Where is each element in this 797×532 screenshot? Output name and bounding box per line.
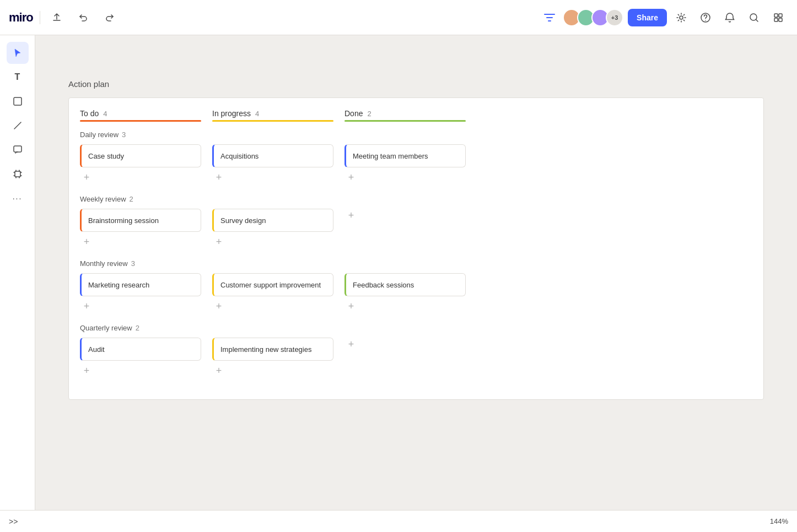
col-todo-count: 4 [103,110,107,118]
line-tool[interactable] [7,115,29,137]
svg-rect-10 [15,171,20,177]
weekly-col1: Survey design + [212,209,333,248]
svg-line-8 [14,122,21,129]
miro-logo: miro [9,10,33,25]
col-todo-label: To do [80,109,99,118]
left-sidebar: T ··· [0,35,35,532]
board-title: Action plan [68,79,764,89]
card-implementing-strategies[interactable]: Implementing new strategies [212,338,333,361]
card-meeting-team[interactable]: Meeting team members [344,144,466,167]
daily-col2: Meeting team members + [344,144,466,184]
section-monthly-title: Monthly review3 [80,259,752,268]
columns-header: To do 4 In progress 4 Done 2 [80,109,752,122]
card-audit[interactable]: Audit [80,338,201,361]
filter-icon [543,11,556,24]
col-inprogress-label: In progress [212,109,251,118]
section-daily-title: Daily review3 [80,131,752,139]
section-quarterly-title: Quarterly review2 [80,324,752,332]
section-weekly: Weekly review2 Brainstorming session + S… [80,195,752,248]
col-done-count: 2 [367,110,371,118]
add-btn-quarterly-col2[interactable]: + [344,338,358,351]
col-done-line [344,120,466,122]
section-weekly-title: Weekly review2 [80,195,752,203]
svg-rect-6 [779,18,782,21]
col-inprogress-line [212,120,333,122]
svg-rect-7 [14,97,21,105]
search-button[interactable] [744,8,764,28]
notifications-button[interactable] [720,8,740,28]
weekly-cards-row: Brainstorming session + Survey design + … [80,209,752,248]
weekly-col0: Brainstorming session + [80,209,201,248]
add-btn-quarterly-col1[interactable]: + [212,364,225,377]
weekly-col2: + [344,209,466,248]
col-header-inprogress: In progress 4 [212,109,333,122]
add-btn-monthly-col1[interactable]: + [212,300,225,313]
card-survey-design[interactable]: Survey design [212,209,333,232]
svg-rect-5 [774,18,778,21]
select-tool[interactable] [7,42,29,64]
help-button[interactable] [696,8,715,28]
quarterly-cards-row: Audit + Implementing new strategies + + [80,338,752,377]
add-btn-monthly-col2[interactable]: + [344,300,358,313]
col-inprogress-count: 4 [255,110,259,118]
share-button[interactable]: Share [628,9,667,26]
undo-button[interactable] [73,8,93,28]
svg-point-1 [705,20,706,21]
card-brainstorming[interactable]: Brainstorming session [80,209,201,232]
bottom-bar: >> 144% [0,510,797,532]
svg-rect-9 [14,146,21,152]
add-btn-quarterly-col0[interactable]: + [80,364,93,377]
col-header-todo: To do 4 [80,109,201,122]
add-btn-daily-col0[interactable]: + [80,171,93,184]
canvas[interactable]: Action plan To do 4 In progress 4 [35,35,797,510]
expand-panel-button[interactable]: >> [9,517,18,526]
quarterly-col2: + [344,338,466,377]
daily-cards-row: Case study + Acquisitions + Meeting team… [80,144,752,184]
quarterly-col1: Implementing new strategies + [212,338,333,377]
card-customer-support[interactable]: Customer support improvement [212,273,333,296]
upload-button[interactable] [47,8,67,28]
comment-tool[interactable] [7,139,29,161]
daily-col0: Case study + [80,144,201,184]
monthly-col0: Marketing research + [80,273,201,313]
add-btn-daily-col1[interactable]: + [212,171,225,184]
monthly-col1: Customer support improvement + [212,273,333,313]
add-btn-weekly-col0[interactable]: + [80,235,93,248]
grid-view-button[interactable] [768,8,788,28]
col-header-done: Done 2 [344,109,466,122]
redo-button[interactable] [100,8,120,28]
more-tools[interactable]: ··· [7,187,29,209]
add-btn-daily-col2[interactable]: + [344,171,358,184]
avatar-extra: +3 [606,9,623,26]
add-btn-weekly-col2[interactable]: + [344,209,358,222]
top-toolbar: miro +3 Share [0,0,797,35]
svg-rect-4 [779,14,782,17]
daily-col1: Acquisitions + [212,144,333,184]
card-case-study[interactable]: Case study [80,144,201,167]
board-container: To do 4 In progress 4 Done 2 [68,97,764,400]
quarterly-col0: Audit + [80,338,201,377]
add-btn-monthly-col0[interactable]: + [80,300,93,313]
settings-icon-button[interactable] [671,8,691,28]
collaborator-avatars: +3 [563,9,623,26]
card-feedback-sessions[interactable]: Feedback sessions [344,273,466,296]
section-monthly: Monthly review3 Marketing research + Cus… [80,259,752,313]
canvas-inner: Action plan To do 4 In progress 4 [35,35,797,444]
monthly-cards-row: Marketing research + Customer support im… [80,273,752,313]
section-quarterly: Quarterly review2 Audit + Implementing n… [80,324,752,377]
svg-rect-3 [774,14,778,17]
card-acquisitions[interactable]: Acquisitions [212,144,333,167]
section-daily: Daily review3 Case study + Acquisitions … [80,131,752,184]
zoom-level: 144% [770,517,788,525]
text-tool[interactable]: T [7,66,29,88]
col-todo-line [80,120,201,122]
toolbar-divider [40,11,40,24]
frame-tool[interactable] [7,163,29,185]
col-done-label: Done [344,109,363,118]
add-btn-weekly-col1[interactable]: + [212,235,225,248]
card-marketing-research[interactable]: Marketing research [80,273,201,296]
sticky-note-tool[interactable] [7,90,29,112]
monthly-col2: Feedback sessions + [344,273,466,313]
